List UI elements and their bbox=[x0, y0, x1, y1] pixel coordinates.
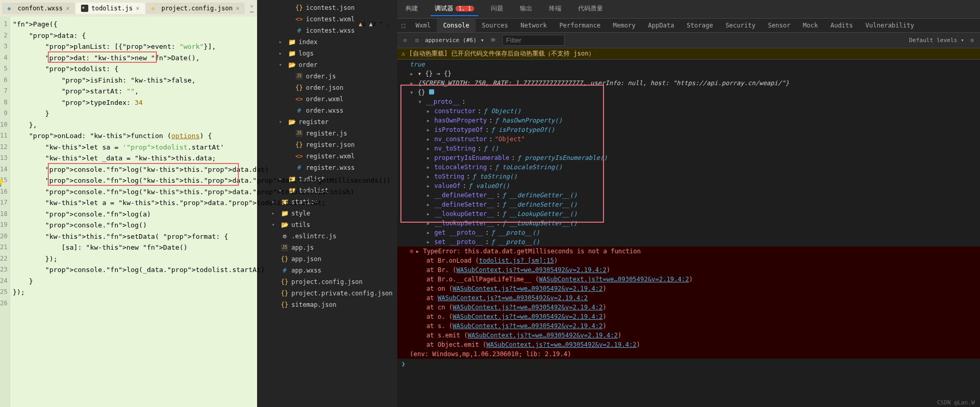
code-line[interactable]: "prop">console."fn">log(a) bbox=[12, 209, 391, 220]
code-line[interactable]: "kw-this">this."fn">setData( "prop">form… bbox=[12, 231, 391, 242]
proto-property[interactable]: ▸set __proto__: ƒ __proto__() bbox=[397, 237, 980, 247]
code-line[interactable]: "prop">startAt: "", bbox=[12, 86, 391, 97]
js-file-icon: ◆ bbox=[81, 5, 88, 12]
code-line[interactable]: "kw-this">let sa = '"prop">todolist.star… bbox=[12, 142, 391, 153]
tab-label: todolist.js bbox=[91, 5, 132, 12]
devtools-secondary-tab[interactable]: Mock bbox=[797, 19, 824, 32]
source-link[interactable]: WASubContext.js?t=we…09305492&v=2.19.4:2 bbox=[539, 276, 689, 283]
log-screen-info[interactable]: {SCREEN_WIDTH: 750, RATE: 1.777777777777… bbox=[418, 79, 789, 87]
devtools-secondary-tab[interactable]: Sources bbox=[476, 19, 515, 32]
source-link[interactable]: WASubContext.js?t=we…09305492&v=2.19.4:2 bbox=[453, 304, 603, 311]
devtools-secondary-tab[interactable]: Wxml bbox=[409, 19, 437, 32]
devtools-secondary-tab[interactable]: Audits bbox=[824, 19, 859, 32]
code-line[interactable]: "prop">console."fn">log("kw-this">this."… bbox=[12, 164, 391, 175]
editor-tab[interactable]: ◆todolist.js× bbox=[76, 3, 145, 14]
devtools-secondary-tab[interactable]: Network bbox=[514, 19, 553, 32]
filter-input[interactable] bbox=[502, 35, 565, 46]
proto-property[interactable]: ▸toString: ƒ toString() bbox=[397, 172, 980, 181]
console-output[interactable]: true ▸▾ {} → {} ▸{SCREEN_WIDTH: 750, RAT… bbox=[397, 60, 980, 407]
proto-property[interactable]: ▸valueOf: ƒ valueOf() bbox=[397, 181, 980, 191]
stack-frame: at Object.emit (WASubContext.js?t=we…093… bbox=[397, 340, 980, 349]
problems-summary[interactable]: ▲1 ▲2 ^ ⌄ bbox=[359, 19, 390, 30]
proto-property[interactable]: ▸__lookupGetter__: ƒ __LookupGetter__() bbox=[397, 209, 980, 219]
devtools-secondary-tab[interactable]: Memory bbox=[607, 19, 641, 32]
code-line[interactable]: "prop">isFinish: "kw-this">false, bbox=[12, 75, 391, 86]
console-prompt[interactable]: ❯ bbox=[397, 359, 980, 369]
proto-property[interactable]: ▸nv_toString: ƒ () bbox=[397, 144, 980, 153]
inspector-icon[interactable]: ⬚ bbox=[397, 19, 409, 32]
code-line[interactable]: "prop">todolist: { bbox=[12, 63, 391, 75]
source-link[interactable]: WASubContext.js?t=we…09305492&v=2.19.4:2 bbox=[453, 322, 603, 330]
code-line[interactable]: "prop">console."fn">log("kw-this">this."… bbox=[12, 175, 391, 186]
devtools-primary-tab[interactable]: 调试器1, 1 bbox=[431, 2, 478, 16]
proto-property[interactable]: ▸__defineGetter__: ƒ __defineGetter__() bbox=[397, 191, 980, 200]
proto-property[interactable]: ▸toLocaleString: ƒ toLocaleString() bbox=[397, 162, 980, 172]
proto-property[interactable]: ▸__defineSetter__: ƒ __defineSetter__() bbox=[397, 200, 980, 209]
source-link[interactable]: WASubContext.js?t=we…09305492&v=2.19.4:2 bbox=[467, 332, 617, 339]
log-true: true bbox=[410, 60, 425, 69]
source-link[interactable]: WASubContext.js?t=we…09305492&v=2.19.4:2 bbox=[487, 341, 637, 348]
source-link[interactable]: WASubContext.js?t=we…09305492&v=2.19.4:2 bbox=[438, 294, 588, 302]
context-icon[interactable]: ⊡ bbox=[413, 36, 421, 45]
log-levels[interactable]: Default levels ▾ bbox=[909, 37, 964, 44]
proto-property[interactable]: ▸nv_constructor: "Object" bbox=[397, 134, 980, 144]
code-line[interactable]: "kw-this">let a = "kw-this">this."prop">… bbox=[12, 197, 391, 209]
settings-icon[interactable]: ⚙ bbox=[968, 36, 976, 45]
code-line[interactable]: "prop">onLoad: "kw-this">function (optio… bbox=[12, 130, 391, 142]
devtools-tabs-secondary: ⬚ WxmlConsoleSourcesNetworkPerformanceMe… bbox=[397, 19, 980, 33]
code-line[interactable]: }); bbox=[12, 253, 391, 265]
editor-tab[interactable]: ◆confont.wxss× bbox=[2, 3, 75, 14]
proto-property[interactable]: ▸__lookupSetter__: ƒ __LookupSetter__() bbox=[397, 219, 980, 228]
devtools-secondary-tab[interactable]: Storage bbox=[680, 19, 719, 32]
code-line[interactable]: "prop">data: { bbox=[12, 30, 391, 42]
eye-icon[interactable]: 👁 bbox=[488, 36, 498, 45]
code-line[interactable]: }, bbox=[12, 119, 391, 131]
clear-console-icon[interactable]: ⊘ bbox=[401, 36, 409, 45]
devtools-primary-tab[interactable]: 构建 bbox=[401, 2, 422, 16]
devtools-secondary-tab[interactable]: Security bbox=[719, 19, 762, 32]
devtools-secondary-tab[interactable]: Vulnerability bbox=[859, 19, 920, 32]
code-line[interactable]: "prop">console."fn">log("kw-this">this."… bbox=[12, 186, 391, 198]
tree-item[interactable]: {}icontest.json bbox=[257, 2, 397, 13]
close-icon[interactable]: × bbox=[66, 5, 70, 12]
code-line[interactable]: [sa]: "kw-this">new "fn">Date() bbox=[12, 242, 391, 253]
source-link[interactable]: WASubContext.js?t=we…09305492&v=2.19.4:2 bbox=[453, 285, 603, 292]
code-line[interactable]: "prop">console."fn">log() bbox=[12, 220, 391, 231]
log-object-header[interactable]: ▾ {} → {} bbox=[418, 70, 451, 78]
devtools-secondary-tab[interactable]: Performance bbox=[553, 19, 607, 32]
code-line[interactable]: "prop">planList: [{"prop">event: "work"}… bbox=[12, 41, 391, 52]
code-line[interactable]: "prop">dat: "kw-this">new "fn">Date(), bbox=[12, 52, 391, 64]
source-link[interactable]: todolist.js? [sm]:15 bbox=[479, 257, 554, 264]
proto-property[interactable]: ▸propertyIsEnumerable: ƒ propertyIsEnume… bbox=[397, 153, 980, 162]
code-line[interactable]: } bbox=[12, 276, 391, 287]
line-gutter: 1234567891011121314151617181920212223242… bbox=[0, 17, 10, 407]
tab-overflow[interactable]: ⌄ ⋯ bbox=[246, 1, 258, 16]
devtools-secondary-tab[interactable]: Console bbox=[437, 19, 476, 32]
code-line[interactable]: "kw-this">let _data = "kw-this">this.dat… bbox=[12, 153, 391, 164]
proto-property[interactable]: ▸isPrototypeOf: ƒ isPrototypeOf() bbox=[397, 125, 980, 134]
devtools-primary-tab[interactable]: 终端 bbox=[545, 2, 566, 16]
proto-property[interactable]: ▸get __proto__: ƒ __proto__() bbox=[397, 228, 980, 237]
devtools-primary-tab[interactable]: 输出 bbox=[516, 2, 536, 16]
code-content[interactable]: ▲1 ▲2 ^ ⌄ 💡 "fn">Page({ "prop">data: { "… bbox=[10, 17, 395, 407]
devtools-primary-tab[interactable]: 代码质量 bbox=[574, 2, 607, 16]
close-icon[interactable]: × bbox=[136, 5, 139, 12]
code-line[interactable]: "prop">typeIndex: 34 bbox=[12, 97, 391, 108]
lightbulb-icon[interactable]: 💡 bbox=[0, 178, 4, 189]
code-line[interactable]: "fn">Page({ bbox=[12, 19, 391, 30]
source-link[interactable]: WASubContext.js?t=we…09305492&v=2.19.4:2 bbox=[453, 313, 603, 320]
editor-tab[interactable]: ◆project.config.json× bbox=[146, 3, 245, 14]
proto-property[interactable]: ▸constructor: ƒ Object() bbox=[397, 106, 980, 116]
proto-property[interactable]: ▸hasOwnProperty: ƒ hasOwnProperty() bbox=[397, 116, 980, 125]
devtools-secondary-tab[interactable]: AppData bbox=[642, 19, 681, 32]
code-line[interactable]: "prop">console."fn">log(_data."prop">tod… bbox=[12, 264, 391, 276]
source-link[interactable]: WASubContext.js?t=we…09305492&v=2.19.4:2 bbox=[457, 266, 607, 274]
code-line[interactable]: } bbox=[12, 108, 391, 119]
stack-frame: at Br.onLoad (todolist.js? [sm]:15) bbox=[397, 256, 980, 265]
execution-context[interactable]: appservice (#6) bbox=[425, 37, 476, 44]
close-icon[interactable]: × bbox=[236, 5, 239, 12]
code-line[interactable]: }); bbox=[12, 287, 391, 298]
devtools-secondary-tab[interactable]: Sensor bbox=[762, 19, 797, 32]
tab-label: confont.wxss bbox=[18, 5, 63, 12]
devtools-primary-tab[interactable]: 问题 bbox=[487, 2, 507, 16]
